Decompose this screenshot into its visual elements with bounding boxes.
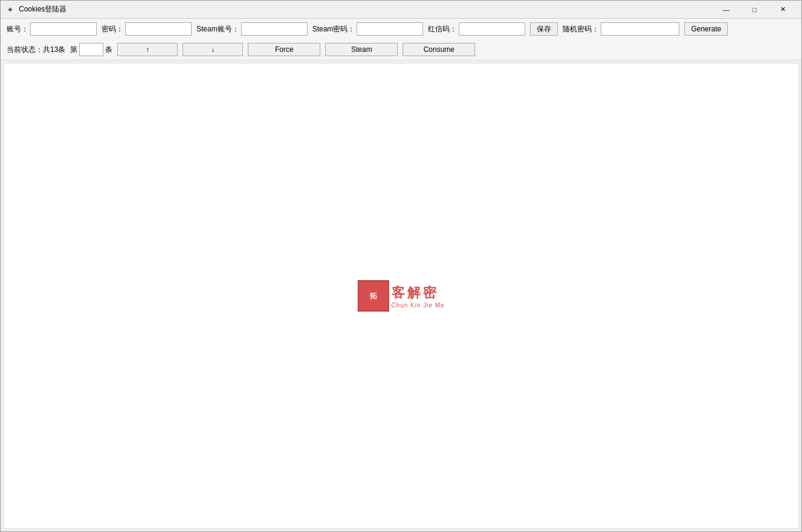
seal-character: 拓 (369, 291, 377, 301)
title-bar: ✦ Cookies登陆器 — □ ✕ (1, 1, 801, 19)
redcode-input[interactable] (459, 22, 525, 36)
save-button[interactable]: 保存 (530, 22, 558, 36)
account-group: 账号： (7, 22, 97, 36)
page-prefix-label: 第 (70, 45, 77, 55)
steam-password-label: Steam密码： (312, 24, 355, 34)
password-group: 密码： (102, 22, 192, 36)
watermark-text-block: 客解密 Chun Kin Jie Me (391, 284, 444, 309)
watermark-seal: 拓 (357, 280, 389, 312)
maximize-button[interactable]: □ (741, 4, 768, 16)
force-button[interactable]: Force (248, 43, 320, 56)
window-controls: — □ ✕ (713, 4, 797, 16)
main-window: ✦ Cookies登陆器 — □ ✕ 账号： 密码： Steam账号： (0, 0, 802, 532)
main-content-area: 拓 客解密 Chun Kin Jie Me (3, 63, 799, 529)
close-button[interactable]: ✕ (769, 4, 797, 16)
steam-password-group: Steam密码： (312, 22, 424, 36)
random-password-label: 随机密码： (563, 24, 599, 34)
consume-button[interactable]: Consume (403, 43, 475, 56)
steam-account-label: Steam账号： (196, 24, 239, 34)
account-label: 账号： (7, 24, 28, 34)
page-input[interactable] (79, 43, 103, 56)
toolbar-row1: 账号： 密码： Steam账号： Steam密码： 红信码： (7, 22, 795, 36)
generate-button[interactable]: Generate (684, 22, 728, 36)
down-button[interactable]: ↓ (183, 43, 243, 56)
steam-button[interactable]: Steam (325, 43, 398, 56)
page-group: 第 条 (70, 43, 112, 56)
watermark: 拓 客解密 Chun Kin Jie Me (357, 280, 444, 312)
watermark-main-text: 客解密 (391, 284, 438, 302)
up-button[interactable]: ↑ (117, 43, 178, 56)
title-bar-left: ✦ Cookies登陆器 (5, 4, 66, 14)
redcode-label: 红信码： (428, 24, 457, 34)
toolbar: 账号： 密码： Steam账号： Steam密码： 红信码： (1, 19, 801, 60)
toolbar-row2: 当前状态：共13条 第 条 ↑ ↓ Force Steam Consume (7, 43, 795, 56)
watermark-sub-text: Chun Kin Jie Me (391, 302, 444, 309)
app-icon: ✦ (5, 5, 15, 14)
status-text: 当前状态：共13条 (7, 45, 65, 55)
redcode-group: 红信码： (428, 22, 525, 36)
password-label: 密码： (102, 24, 123, 34)
steam-account-group: Steam账号： (196, 22, 308, 36)
password-input[interactable] (125, 22, 192, 36)
window-title: Cookies登陆器 (19, 4, 66, 14)
minimize-button[interactable]: — (713, 4, 740, 16)
steam-password-input[interactable] (357, 22, 423, 36)
random-password-input[interactable] (601, 22, 679, 36)
page-suffix-label: 条 (105, 45, 112, 55)
random-password-group: 随机密码： (563, 22, 679, 36)
steam-account-input[interactable] (241, 22, 308, 36)
account-input[interactable] (30, 22, 97, 36)
